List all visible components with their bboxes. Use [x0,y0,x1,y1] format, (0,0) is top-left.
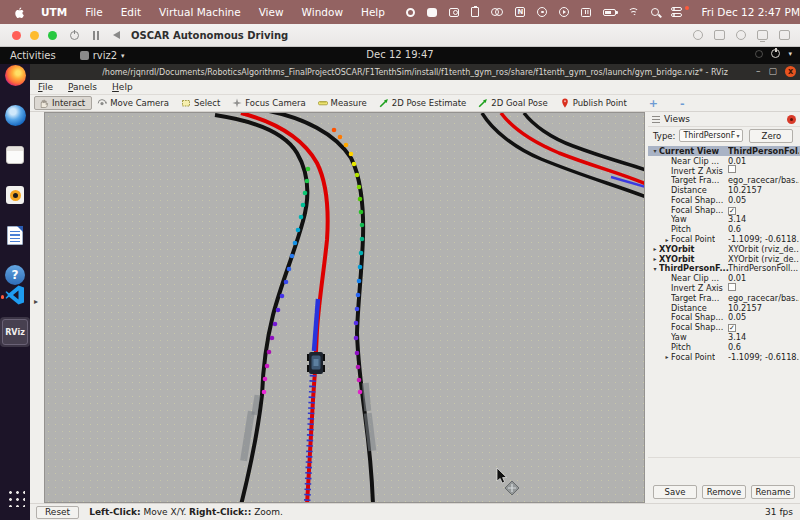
record-icon[interactable] [406,8,415,17]
save-button[interactable]: Save [653,485,697,499]
property-value[interactable]: -1.1099; -0.6118... [728,234,799,244]
window-icon[interactable] [581,8,591,17]
3d-viewport[interactable] [44,112,645,503]
left-panel-handle[interactable]: ▸ [34,298,38,306]
tree-row-thirdpersonf[interactable]: ▾ThirdPersonF...ThirdPersonFoll... [648,264,800,274]
toolbar--button[interactable]: + [642,96,665,111]
dock-item-rviz[interactable]: RViz [0,317,30,347]
toolbar-2d-pose-estimate-button[interactable]: 2D Pose Estimate [374,96,474,110]
maximize-button[interactable]: ▢ [768,65,777,78]
close-button[interactable]: x [785,66,796,77]
tree-row-target-fra[interactable]: Target Fra...ego_racecar/bas... [648,293,800,303]
mac-clock[interactable]: Fri Dec 12 2:47 PM [701,6,800,18]
tree-row-near-clip[interactable]: Near Clip ...0.01 [648,156,800,166]
property-value[interactable] [728,165,799,175]
reset-button[interactable]: Reset [36,506,79,519]
focused-app-menu[interactable]: rviz2 ▾ [80,50,125,61]
property-value[interactable]: 0.01 [728,273,799,283]
dock-item-help[interactable]: ? [4,264,26,286]
property-value[interactable]: ThirdPersonFoll... [728,263,799,273]
settings-icon[interactable] [736,30,746,40]
view-type-combobox[interactable]: ThirdPersonFollower ▾ [679,129,743,142]
tree-row-xyorbit[interactable]: ▸XYOrbitXYOrbit (rviz_de... [648,254,800,264]
property-value[interactable]: XYOrbit (rviz_de... [728,254,799,264]
toolbar-select-button[interactable]: Select [176,96,227,110]
menu-file[interactable]: File [38,82,53,92]
tree-row-distance[interactable]: Distance10.2157 [648,303,800,313]
tree-row-focal-shap[interactable]: Focal Shap...0.05 [648,313,800,323]
tree-row-focal-shap[interactable]: Focal Shap...✓ [648,205,800,215]
property-value[interactable]: -1.1099; -0.6118... [728,352,799,362]
zero-button[interactable]: Zero [749,129,793,143]
rviz-titlebar[interactable]: /home/rjqnrdl/Documents/RoboticsAlgorith… [30,64,800,80]
binoculars-icon[interactable] [491,8,503,16]
expander-icon[interactable]: ▸ [651,245,659,252]
mac-menu-virtual-machine[interactable]: Virtual Machine [159,6,241,18]
apple-logo-icon[interactable] [14,6,26,19]
property-value[interactable]: 0.01 [728,156,799,166]
cc-icon[interactable] [671,7,682,17]
views-panel-header[interactable]: Views [648,112,800,127]
ego-racecar[interactable] [307,352,325,374]
toolbar-interact-button[interactable]: Interact [34,96,92,110]
tree-row-yaw[interactable]: Yaw3.14 [648,332,800,342]
windows-icon[interactable] [779,30,790,40]
expander-icon[interactable]: ▾ [651,147,659,154]
mac-menu-edit[interactable]: Edit [121,6,141,18]
expander-icon[interactable]: ▸ [663,353,671,360]
tree-row-pitch[interactable]: Pitch0.6 [648,342,800,352]
tree-row-pitch[interactable]: Pitch0.6 [648,224,800,234]
toolbar-focus-camera-button[interactable]: Focus Camera [227,96,312,110]
property-value[interactable]: 10.2157 [728,185,799,195]
checkbox-checked[interactable]: ✓ [728,207,736,215]
views-close-icon[interactable] [787,115,796,124]
display-icon[interactable] [757,30,768,40]
tree-row-focal-point[interactable]: ▸Focal Point-1.1099; -0.6118... [648,234,800,244]
clipboard-icon[interactable] [471,7,479,17]
compass-icon[interactable] [537,7,547,17]
dock-item-rhythmbox[interactable] [4,184,26,206]
tree-row-focal-point[interactable]: ▸Focal Point-1.1099; -0.6118... [648,352,800,362]
vm-back-icon[interactable] [113,31,120,39]
expander-icon[interactable]: ▾ [651,265,659,272]
maximize-traffic-light[interactable] [48,31,57,40]
checkbox-unchecked[interactable] [728,165,736,173]
play-icon[interactable] [559,7,569,17]
property-value[interactable]: 3.14 [728,214,799,224]
toolbar--button[interactable]: - [673,96,692,111]
property-value[interactable]: ThirdPersonFol... [728,146,799,156]
wifi-icon[interactable] [628,8,639,17]
menu-panels[interactable]: Panels [68,82,97,92]
toolbar-measure-button[interactable]: Measure [313,96,374,110]
property-value[interactable]: 0.6 [728,342,799,352]
capture-icon[interactable] [693,30,703,40]
remove-button[interactable]: Remove [702,485,746,499]
checkbox-checked[interactable]: ✓ [728,324,736,332]
tree-row-focal-shap[interactable]: Focal Shap...✓ [648,322,800,332]
battery-icon[interactable] [603,9,616,16]
dock-item-app-grid[interactable] [4,486,26,508]
dock-item-libreoffice-writer[interactable] [4,224,26,246]
mac-menu-help[interactable]: Help [361,6,385,18]
activities-button[interactable]: Activities [10,50,56,61]
gnome-clock[interactable]: Dec 12 19:47 [366,49,433,60]
vm-pause-icon[interactable] [92,31,100,40]
mac-menu-view[interactable]: View [259,6,284,18]
property-value[interactable]: ✓ [728,322,799,332]
chat-icon[interactable] [427,8,437,17]
property-value[interactable]: XYOrbit (rviz_de... [728,244,799,254]
mac-menu-utm[interactable]: UTM [41,6,67,18]
tree-row-focal-shap[interactable]: Focal Shap...0.05 [648,195,800,205]
dock-item-firefox[interactable] [4,64,26,86]
expander-icon[interactable]: ▸ [663,236,671,243]
property-value[interactable]: ego_racecar/bas... [728,293,799,303]
toolbar-move-camera-button[interactable]: Move Camera [92,96,176,110]
gnome-system-tray[interactable]: ▾ [755,49,792,58]
property-value[interactable]: 0.05 [728,195,799,205]
search-icon[interactable] [651,8,659,16]
tree-row-invert-z-axis[interactable]: Invert Z Axis [648,283,800,293]
toolbar-2d-goal-pose-button[interactable]: 2D Goal Pose [473,96,554,110]
tree-row-target-fra[interactable]: Target Fra...ego_racecar/bas... [648,175,800,185]
tree-row-xyorbit[interactable]: ▸XYOrbitXYOrbit (rviz_de... [648,244,800,254]
minimize-button[interactable]: – [756,65,761,78]
